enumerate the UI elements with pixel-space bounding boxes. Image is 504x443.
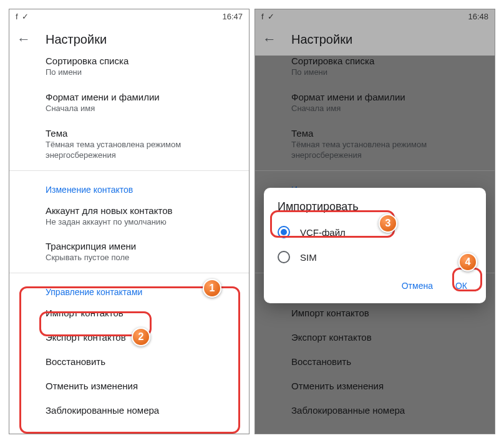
- setting-theme: Тема Тёмная тема установлена режимом эне…: [255, 121, 495, 168]
- setting-phonetic[interactable]: Транскрипция имени Скрывать пустое поле: [9, 234, 249, 270]
- setting-theme[interactable]: Тема Тёмная тема установлена режимом эне…: [9, 121, 249, 168]
- screenshot-right: f ✓ 16:48 ← Настройки Сортировка списка …: [254, 9, 495, 434]
- app-bar: ← Настройки: [9, 23, 249, 56]
- status-bar: f ✓ 16:47: [9, 9, 249, 23]
- status-bar: f ✓ 16:48: [255, 9, 495, 23]
- back-icon[interactable]: ←: [263, 31, 276, 47]
- setting-undo: Отменить изменения: [255, 374, 495, 398]
- setting-name-format: Формат имени и фамилии Сначала имя: [255, 85, 495, 121]
- dialog-actions: Отмена ОК: [264, 270, 486, 297]
- radio-sim[interactable]: SIM: [264, 245, 486, 270]
- setting-export[interactable]: Экспорт контактов: [9, 325, 249, 349]
- setting-undo[interactable]: Отменить изменения: [9, 374, 249, 398]
- status-time: 16:48: [468, 12, 488, 21]
- dialog-title: Импортировать: [264, 200, 486, 220]
- setting-export: Экспорт контактов: [255, 325, 495, 349]
- divider: [9, 273, 249, 273]
- radio-label: SIM: [300, 252, 317, 263]
- setting-import[interactable]: Импорт контактов: [9, 301, 249, 325]
- setting-default-account[interactable]: Аккаунт для новых контактов Не задан акк…: [9, 198, 249, 235]
- radio-vcf[interactable]: VCF-файл: [264, 220, 486, 245]
- settings-list[interactable]: Сортировка списка По имени Формат имени …: [9, 56, 249, 434]
- facebook-icon: f: [261, 12, 264, 21]
- radio-label: VCF-файл: [300, 227, 346, 238]
- page-title: Настройки: [291, 32, 352, 47]
- status-time: 16:47: [222, 12, 243, 21]
- check-icon: ✓: [22, 12, 29, 21]
- import-dialog: Импортировать VCF-файл SIM Отмена ОК 3 4: [264, 188, 486, 303]
- setting-restore[interactable]: Восстановить: [9, 349, 249, 374]
- radio-icon[interactable]: [278, 251, 290, 263]
- screenshot-left: f ✓ 16:47 ← Настройки Сортировка списка …: [9, 9, 250, 434]
- ok-button[interactable]: ОК: [450, 277, 472, 295]
- section-edit-contacts: Изменение контактов: [9, 173, 249, 198]
- setting-import: Импорт контактов: [255, 301, 495, 325]
- check-icon: ✓: [268, 12, 274, 21]
- cancel-button[interactable]: Отмена: [397, 277, 438, 295]
- setting-name-format[interactable]: Формат имени и фамилии Сначала имя: [9, 85, 249, 121]
- setting-blocked[interactable]: Заблокированные номера: [9, 398, 249, 422]
- section-manage-contacts: Управление контактами: [9, 276, 249, 301]
- page-title: Настройки: [46, 32, 107, 47]
- setting-sort[interactable]: Сортировка списка По имени: [9, 56, 249, 85]
- divider: [9, 170, 249, 171]
- setting-sort: Сортировка списка По имени: [255, 56, 495, 85]
- setting-restore: Восстановить: [255, 349, 495, 374]
- setting-blocked: Заблокированные номера: [255, 398, 495, 422]
- facebook-icon: f: [16, 12, 18, 21]
- app-bar: ← Настройки: [255, 23, 495, 56]
- back-icon[interactable]: ←: [17, 31, 31, 47]
- divider: [255, 170, 495, 171]
- radio-icon[interactable]: [278, 226, 290, 238]
